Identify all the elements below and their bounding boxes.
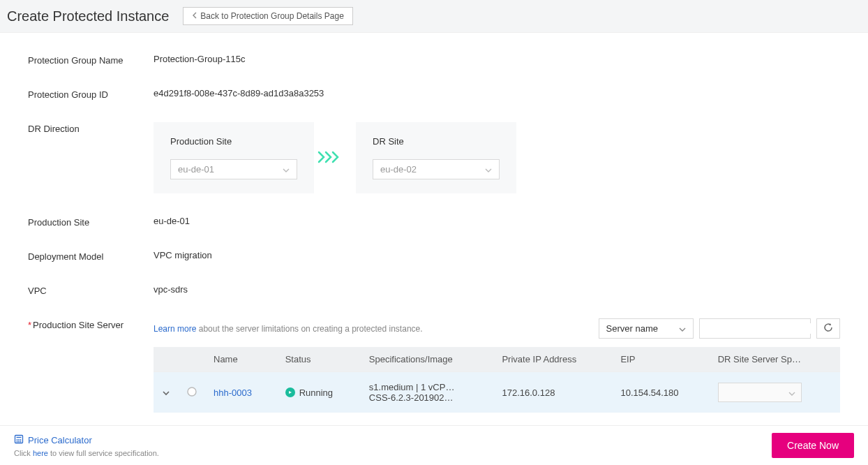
server-table: Name Status Specifications/Image Private…	[154, 347, 840, 413]
label-prod-site-server: *Production Site Server	[28, 318, 154, 330]
spec-line-2: CSS-6.2.3-201902…	[369, 392, 467, 403]
chevron-down-icon	[788, 388, 795, 398]
cell-ip: 172.16.0.128	[493, 372, 612, 413]
col-spec: Specifications/Image	[361, 347, 494, 372]
server-name-link[interactable]: hhh-0003	[214, 388, 252, 398]
spec-line-1: s1.medium | 1 vCP…	[369, 382, 467, 392]
svg-point-7	[20, 439, 22, 441]
production-site-card: Production Site eu-de-01	[154, 122, 314, 193]
label-group-id: Protection Group ID	[28, 88, 154, 100]
dr-site-card: DR Site eu-de-02	[356, 122, 516, 193]
page-title: Create Protected Instance	[7, 8, 169, 24]
svg-point-8	[17, 441, 18, 442]
chevron-down-icon	[485, 164, 492, 175]
label-dr-direction: DR Direction	[28, 122, 154, 134]
status-text: Running	[299, 388, 333, 398]
dr-spec-select[interactable]	[718, 383, 802, 402]
value-production-site: eu-de-01	[154, 216, 840, 226]
back-button[interactable]: Back to Protection Group Details Page	[183, 7, 352, 25]
col-status: Status	[277, 347, 361, 372]
required-star-icon: *	[28, 320, 31, 330]
label-vpc: VPC	[28, 284, 154, 296]
svg-point-5	[17, 439, 18, 441]
arrow-flow-icon	[314, 150, 356, 166]
dr-site-card-title: DR Site	[373, 136, 500, 147]
svg-point-6	[18, 439, 20, 441]
status-running-icon	[285, 388, 295, 397]
svg-point-2	[188, 388, 196, 396]
filter-select[interactable]: Server name	[599, 318, 694, 339]
row-radio[interactable]	[187, 388, 197, 399]
value-deployment-model: VPC migration	[154, 250, 840, 260]
dr-site-select[interactable]: eu-de-02	[373, 159, 500, 179]
cell-eip: 10.154.54.180	[612, 372, 709, 413]
dr-direction-box: Production Site eu-de-01	[154, 122, 840, 193]
label-production-site: Production Site	[28, 216, 154, 228]
production-site-select-value: eu-de-01	[178, 164, 214, 175]
svg-point-9	[18, 441, 20, 442]
label-group-name: Protection Group Name	[28, 54, 154, 66]
refresh-icon	[823, 322, 834, 335]
price-calculator-link[interactable]: Price Calculator	[14, 434, 92, 446]
production-site-select[interactable]: eu-de-01	[170, 159, 297, 179]
value-group-id: e4d291f8-008e-437c-8d89-ad1d3a8a3253	[154, 88, 840, 98]
col-name: Name	[205, 347, 277, 372]
col-dr-spec: DR Site Server Sp…	[710, 347, 840, 372]
table-row[interactable]: hhh-0003 Running s1.medium |	[154, 372, 840, 413]
col-ip: Private IP Address	[493, 347, 612, 372]
chevron-down-icon	[283, 164, 290, 175]
footer-here-link[interactable]: here	[33, 449, 48, 457]
chevron-down-icon	[679, 323, 686, 334]
refresh-button[interactable]	[816, 318, 840, 339]
expand-toggle[interactable]	[162, 388, 170, 398]
col-eip: EIP	[612, 347, 709, 372]
learn-more-text: Learn more about the server limitations …	[154, 324, 423, 334]
search-input[interactable]	[705, 323, 823, 334]
create-now-button[interactable]: Create Now	[772, 433, 854, 458]
back-button-label: Back to Protection Group Details Page	[200, 11, 343, 21]
filter-select-value: Server name	[606, 323, 658, 334]
learn-more-link[interactable]: Learn more	[154, 324, 196, 334]
label-deployment-model: Deployment Model	[28, 250, 154, 262]
production-site-card-title: Production Site	[170, 136, 297, 147]
dr-site-select-value: eu-de-02	[380, 164, 417, 175]
value-group-name: Protection-Group-115c	[154, 54, 840, 64]
footer-note: Click here to view full service specific…	[14, 449, 159, 457]
calculator-icon	[14, 434, 24, 446]
value-vpc: vpc-sdrs	[154, 284, 840, 295]
svg-point-10	[20, 441, 22, 442]
chevron-left-icon	[192, 11, 197, 21]
